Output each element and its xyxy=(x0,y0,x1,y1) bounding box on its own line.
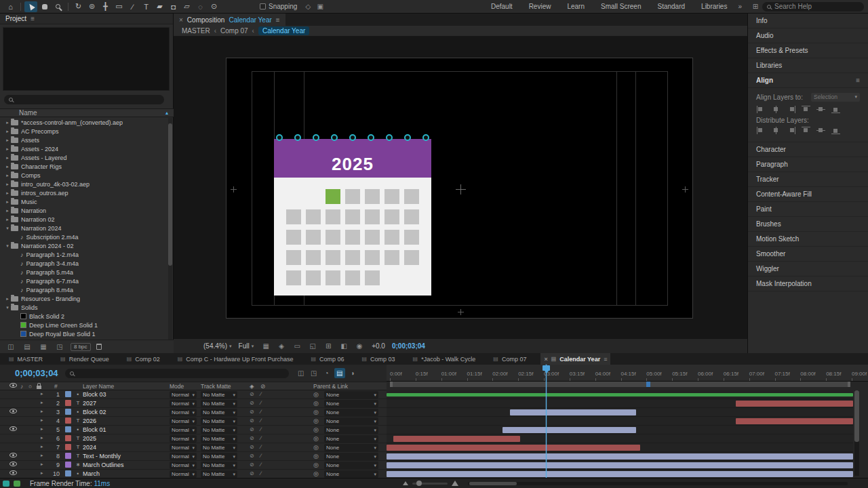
zoom-in-icon[interactable] xyxy=(452,481,458,486)
layer-duration-bar[interactable] xyxy=(387,471,853,477)
layer-parent-select[interactable]: None xyxy=(324,426,378,434)
delete-icon[interactable] xyxy=(96,344,102,350)
layer-row[interactable]: 7T2024NormalNo Matte⊘∕None xyxy=(0,443,868,452)
layer-expand-caret[interactable] xyxy=(41,470,43,476)
project-item[interactable]: Paragraph 5.m4a xyxy=(0,268,168,277)
project-item[interactable]: Deep Royal Blue Solid 1 xyxy=(0,329,168,338)
selection-tool[interactable] xyxy=(24,1,37,12)
tree-caret-icon[interactable] xyxy=(4,138,11,143)
panel-menu-icon[interactable] xyxy=(856,77,860,84)
timeline-tab-comp-02[interactable]: ▤Comp 02 xyxy=(123,353,163,365)
current-time-display[interactable]: 0;00;03;04 xyxy=(15,368,58,378)
layer-color-chip[interactable] xyxy=(65,418,71,424)
layer-mode-select[interactable]: Normal xyxy=(170,470,197,478)
layer-name[interactable]: Text - Monthly xyxy=(83,453,165,460)
layer-switch-icon[interactable]: ∕ xyxy=(260,409,261,415)
puppet-tool[interactable]: ⊙ xyxy=(208,1,220,12)
time-ruler[interactable]: 0:00f0:15f01:00f01:15f02:00f02:15f03:00f… xyxy=(387,365,868,382)
tree-caret-icon[interactable] xyxy=(4,243,11,249)
mode-header[interactable]: Mode xyxy=(170,383,184,390)
layer-trkmat-select[interactable]: No Matte xyxy=(201,391,237,399)
project-item[interactable]: Paragraph 6-7.m4a xyxy=(0,277,168,285)
camera-tool[interactable]: ⊚ xyxy=(85,1,98,12)
breadcrumb-item[interactable]: Comp 07 xyxy=(220,27,248,35)
work-area-start-handle[interactable] xyxy=(390,382,393,387)
work-area-end-handle[interactable] xyxy=(848,382,850,387)
tree-caret-icon[interactable] xyxy=(4,190,11,196)
project-item[interactable]: Narration 02 xyxy=(0,215,168,224)
layer-mode-select[interactable]: Normal xyxy=(170,462,197,469)
panel-tab-info[interactable]: Info xyxy=(748,14,868,28)
layer-trkmat-select[interactable]: No Matte xyxy=(201,418,237,425)
panel-tab-mask-interpolation[interactable]: Mask Interpolation xyxy=(748,277,868,291)
timeline-tab-master[interactable]: ▤MASTER xyxy=(5,353,46,365)
layer-name[interactable]: 2025 xyxy=(83,435,165,442)
hand-tool[interactable] xyxy=(38,1,51,12)
distribute-h-center-button[interactable] xyxy=(771,126,781,135)
new-composition-icon[interactable]: ▦ xyxy=(38,342,49,352)
panel-tab-character[interactable]: Character xyxy=(748,142,868,157)
panel-tab-effects-presets[interactable]: Effects & Presets xyxy=(748,43,868,58)
layer-row[interactable]: 5▪Block 01NormalNo Matte⊘∕None xyxy=(0,426,868,434)
project-item[interactable]: Narration xyxy=(0,206,168,215)
layer-parent-select[interactable]: None xyxy=(324,444,378,451)
layer-duration-bar[interactable] xyxy=(387,462,853,468)
distribute-top-button[interactable] xyxy=(801,126,811,135)
layer-duration-bar[interactable] xyxy=(387,393,853,396)
help-search[interactable] xyxy=(762,2,864,12)
tree-caret-icon[interactable] xyxy=(4,217,11,222)
type-tool[interactable]: T xyxy=(140,1,153,12)
channels-icon[interactable]: ◧ xyxy=(338,342,349,351)
layer-row[interactable]: 1▪Block 03NormalNo Matte⊘∕None xyxy=(0,390,868,399)
video-toggle[interactable] xyxy=(9,409,17,413)
project-item[interactable]: Assets - 2024 xyxy=(0,144,168,153)
project-item[interactable]: Paragraph 8.m4a xyxy=(0,285,168,294)
project-item[interactable]: Paragraph 1-2.m4a xyxy=(0,250,168,259)
layer-switch-icon[interactable]: ⊘ xyxy=(250,400,254,406)
tree-caret-icon[interactable] xyxy=(4,155,11,161)
layer-parent-select[interactable]: None xyxy=(324,409,378,416)
layer-parent-select[interactable]: None xyxy=(324,418,378,425)
project-item[interactable]: intros_outros.aep xyxy=(0,188,168,197)
distribute-left-button[interactable] xyxy=(756,126,766,135)
timeline-scrollbar[interactable] xyxy=(854,390,859,476)
layer-parent-select[interactable]: None xyxy=(324,435,378,443)
layer-duration-bar[interactable] xyxy=(387,445,640,451)
pen-tool[interactable]: ∕ xyxy=(126,1,139,12)
layer-switch-icon[interactable]: ∕ xyxy=(260,400,261,406)
gpu-status-icon[interactable] xyxy=(3,481,9,487)
brush-tool[interactable]: ▰ xyxy=(153,1,166,12)
project-settings-icon[interactable]: ◳ xyxy=(54,342,65,352)
rotation-tool[interactable]: ↻ xyxy=(72,1,85,12)
layer-parent-select[interactable]: None xyxy=(324,453,378,460)
layer-duration-bar[interactable] xyxy=(393,436,519,442)
layer-switch-icon[interactable]: ∕ xyxy=(260,453,261,459)
parent-link-header[interactable]: Parent & Link xyxy=(313,383,348,390)
timeline-tab-comp-06[interactable]: ▤Comp 06 xyxy=(307,353,347,365)
layer-mode-select[interactable]: Normal xyxy=(170,400,197,407)
scrollbar-thumb[interactable] xyxy=(854,390,859,442)
project-scrollbar[interactable] xyxy=(168,118,172,340)
snapping-checkbox[interactable] xyxy=(260,3,266,9)
workspace-review[interactable]: Review xyxy=(529,3,551,10)
layer-parent-select[interactable]: None xyxy=(324,391,378,399)
tree-caret-icon[interactable] xyxy=(4,226,11,231)
tree-caret-icon[interactable] xyxy=(4,129,11,134)
layer-color-chip[interactable] xyxy=(65,400,71,406)
help-search-input[interactable] xyxy=(774,3,859,10)
project-item[interactable]: Assets - Layered xyxy=(0,153,168,162)
layer-name[interactable]: 2027 xyxy=(83,400,165,407)
layer-name-header[interactable]: Layer Name xyxy=(83,383,114,390)
layer-expand-caret[interactable] xyxy=(41,462,43,467)
layer-expand-caret[interactable] xyxy=(41,426,43,432)
layer-trkmat-select[interactable]: No Matte xyxy=(201,435,237,443)
project-item[interactable]: Resources - Branding xyxy=(0,294,168,303)
breadcrumb-item[interactable]: Calendar Year xyxy=(258,26,309,35)
layer-name[interactable]: 2026 xyxy=(83,418,165,424)
project-item[interactable]: Black Solid 2 xyxy=(0,312,168,321)
transparency-grid-icon[interactable]: ▦ xyxy=(260,342,271,351)
panel-tab-paint[interactable]: Paint xyxy=(748,202,868,217)
frame-blending-icon[interactable]: ▤ xyxy=(334,368,345,378)
layer-switch-icon[interactable]: ∕ xyxy=(260,470,261,476)
layer-row[interactable]: 2T2027NormalNo Matte⊘∕None xyxy=(0,399,868,408)
